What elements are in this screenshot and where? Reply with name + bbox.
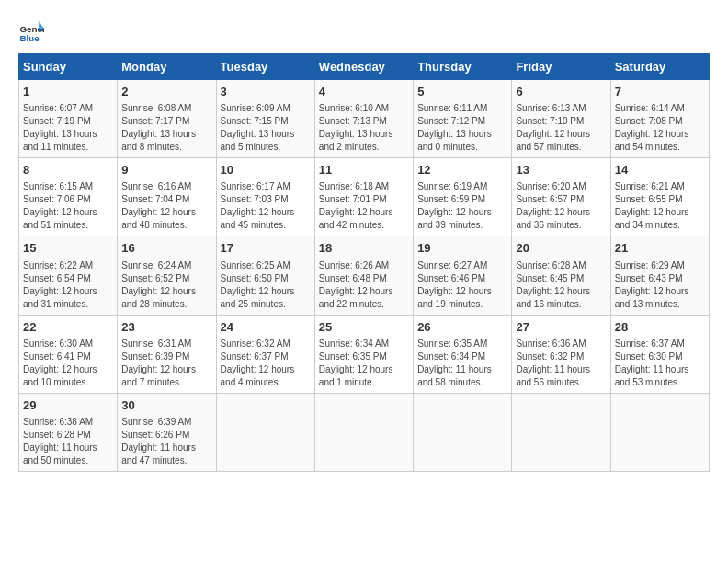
calendar-day-cell: 23 Sunrise: 6:31 AM Sunset: 6:39 PM Dayl…: [118, 315, 216, 393]
calendar-table: SundayMondayTuesdayWednesdayThursdayFrid…: [18, 53, 710, 472]
weekday-header: Sunday: [19, 54, 118, 80]
weekday-header-row: SundayMondayTuesdayWednesdayThursdayFrid…: [19, 54, 710, 80]
day-number: 7: [615, 84, 705, 100]
day-number: 4: [319, 84, 409, 100]
calendar-week-row: 1 Sunrise: 6:07 AM Sunset: 7:19 PM Dayli…: [19, 80, 710, 158]
day-number: 14: [615, 162, 705, 178]
day-info: Sunrise: 6:13 AM Sunset: 7:10 PM Dayligh…: [516, 102, 606, 154]
day-number: 9: [121, 162, 211, 178]
day-number: 16: [121, 240, 211, 257]
calendar-day-cell: 13 Sunrise: 6:20 AM Sunset: 6:57 PM Dayl…: [512, 158, 610, 236]
day-info: Sunrise: 6:36 AM Sunset: 6:32 PM Dayligh…: [516, 338, 606, 389]
weekday-header: Monday: [118, 54, 216, 80]
day-info: Sunrise: 6:37 AM Sunset: 6:30 PM Dayligh…: [615, 338, 705, 389]
day-number: 30: [121, 397, 211, 414]
day-info: Sunrise: 6:31 AM Sunset: 6:39 PM Dayligh…: [121, 338, 211, 389]
day-number: 23: [121, 319, 211, 336]
calendar-day-cell: 5 Sunrise: 6:11 AM Sunset: 7:12 PM Dayli…: [414, 80, 512, 158]
logo: General Blue: [18, 18, 48, 44]
calendar-day-cell: 12 Sunrise: 6:19 AM Sunset: 6:59 PM Dayl…: [414, 158, 512, 236]
calendar-day-cell: 3 Sunrise: 6:09 AM Sunset: 7:15 PM Dayli…: [216, 80, 314, 158]
day-info: Sunrise: 6:27 AM Sunset: 6:46 PM Dayligh…: [417, 259, 507, 311]
calendar-day-cell: [512, 393, 610, 471]
day-info: Sunrise: 6:38 AM Sunset: 6:28 PM Dayligh…: [23, 416, 113, 467]
day-number: 10: [221, 162, 311, 178]
calendar-day-cell: 25 Sunrise: 6:34 AM Sunset: 6:35 PM Dayl…: [314, 315, 413, 393]
calendar-day-cell: 24 Sunrise: 6:32 AM Sunset: 6:37 PM Dayl…: [216, 315, 314, 393]
weekday-header: Friday: [512, 54, 610, 80]
day-number: 13: [516, 162, 606, 178]
calendar-day-cell: 20 Sunrise: 6:28 AM Sunset: 6:45 PM Dayl…: [512, 236, 610, 315]
day-number: 19: [417, 240, 507, 257]
calendar-day-cell: 21 Sunrise: 6:29 AM Sunset: 6:43 PM Dayl…: [610, 236, 709, 315]
day-info: Sunrise: 6:16 AM Sunset: 7:04 PM Dayligh…: [121, 180, 211, 232]
calendar-day-cell: 11 Sunrise: 6:18 AM Sunset: 7:01 PM Dayl…: [314, 158, 413, 236]
day-info: Sunrise: 6:11 AM Sunset: 7:12 PM Dayligh…: [417, 102, 507, 154]
calendar-day-cell: 4 Sunrise: 6:10 AM Sunset: 7:13 PM Dayli…: [314, 80, 413, 158]
calendar-day-cell: 26 Sunrise: 6:35 AM Sunset: 6:34 PM Dayl…: [414, 315, 512, 393]
calendar-day-cell: 29 Sunrise: 6:38 AM Sunset: 6:28 PM Dayl…: [19, 393, 118, 471]
day-info: Sunrise: 6:15 AM Sunset: 7:06 PM Dayligh…: [23, 180, 113, 232]
day-number: 29: [23, 397, 113, 414]
day-number: 26: [417, 319, 507, 336]
calendar-week-row: 8 Sunrise: 6:15 AM Sunset: 7:06 PM Dayli…: [19, 158, 710, 236]
day-number: 8: [23, 162, 113, 178]
calendar-day-cell: 1 Sunrise: 6:07 AM Sunset: 7:19 PM Dayli…: [19, 80, 118, 158]
day-number: 15: [23, 240, 113, 257]
calendar-day-cell: 6 Sunrise: 6:13 AM Sunset: 7:10 PM Dayli…: [512, 80, 610, 158]
day-info: Sunrise: 6:17 AM Sunset: 7:03 PM Dayligh…: [221, 180, 311, 232]
day-number: 22: [23, 319, 113, 336]
day-info: Sunrise: 6:09 AM Sunset: 7:15 PM Dayligh…: [221, 102, 311, 154]
calendar-day-cell: 2 Sunrise: 6:08 AM Sunset: 7:17 PM Dayli…: [118, 80, 216, 158]
day-number: 20: [516, 240, 606, 257]
calendar-day-cell: 7 Sunrise: 6:14 AM Sunset: 7:08 PM Dayli…: [610, 80, 709, 158]
day-info: Sunrise: 6:24 AM Sunset: 6:52 PM Dayligh…: [121, 259, 211, 311]
day-info: Sunrise: 6:10 AM Sunset: 7:13 PM Dayligh…: [319, 102, 409, 154]
day-info: Sunrise: 6:14 AM Sunset: 7:08 PM Dayligh…: [615, 102, 705, 154]
day-info: Sunrise: 6:26 AM Sunset: 6:48 PM Dayligh…: [319, 259, 409, 311]
calendar-day-cell: 8 Sunrise: 6:15 AM Sunset: 7:06 PM Dayli…: [19, 158, 118, 236]
day-number: 28: [615, 319, 705, 336]
day-info: Sunrise: 6:30 AM Sunset: 6:41 PM Dayligh…: [23, 338, 113, 389]
day-info: Sunrise: 6:07 AM Sunset: 7:19 PM Dayligh…: [23, 102, 113, 154]
day-info: Sunrise: 6:39 AM Sunset: 6:26 PM Dayligh…: [121, 416, 211, 467]
day-info: Sunrise: 6:18 AM Sunset: 7:01 PM Dayligh…: [319, 180, 409, 232]
day-number: 2: [121, 84, 211, 100]
calendar-day-cell: 10 Sunrise: 6:17 AM Sunset: 7:03 PM Dayl…: [216, 158, 314, 236]
day-info: Sunrise: 6:08 AM Sunset: 7:17 PM Dayligh…: [121, 102, 211, 154]
day-number: 6: [516, 84, 606, 100]
calendar-day-cell: 18 Sunrise: 6:26 AM Sunset: 6:48 PM Dayl…: [314, 236, 413, 315]
day-number: 25: [319, 319, 409, 336]
weekday-header: Thursday: [414, 54, 512, 80]
day-number: 21: [615, 240, 705, 257]
calendar-day-cell: 28 Sunrise: 6:37 AM Sunset: 6:30 PM Dayl…: [610, 315, 709, 393]
logo-icon: General Blue: [18, 18, 44, 44]
weekday-header: Tuesday: [216, 54, 314, 80]
weekday-header: Wednesday: [314, 54, 413, 80]
day-number: 17: [221, 240, 311, 257]
calendar-day-cell: 17 Sunrise: 6:25 AM Sunset: 6:50 PM Dayl…: [216, 236, 314, 315]
calendar-day-cell: 16 Sunrise: 6:24 AM Sunset: 6:52 PM Dayl…: [118, 236, 216, 315]
calendar-week-row: 15 Sunrise: 6:22 AM Sunset: 6:54 PM Dayl…: [19, 236, 710, 315]
day-number: 18: [319, 240, 409, 257]
calendar-day-cell: [314, 393, 413, 471]
day-info: Sunrise: 6:22 AM Sunset: 6:54 PM Dayligh…: [23, 259, 113, 311]
calendar-day-cell: [216, 393, 314, 471]
day-number: 1: [23, 84, 113, 100]
calendar-week-row: 22 Sunrise: 6:30 AM Sunset: 6:41 PM Dayl…: [19, 315, 710, 393]
svg-text:Blue: Blue: [19, 33, 40, 43]
day-info: Sunrise: 6:34 AM Sunset: 6:35 PM Dayligh…: [319, 338, 409, 389]
day-info: Sunrise: 6:28 AM Sunset: 6:45 PM Dayligh…: [516, 259, 606, 311]
calendar-day-cell: 15 Sunrise: 6:22 AM Sunset: 6:54 PM Dayl…: [19, 236, 118, 315]
calendar-day-cell: 9 Sunrise: 6:16 AM Sunset: 7:04 PM Dayli…: [118, 158, 216, 236]
day-number: 3: [221, 84, 311, 100]
day-info: Sunrise: 6:35 AM Sunset: 6:34 PM Dayligh…: [417, 338, 507, 389]
day-number: 27: [516, 319, 606, 336]
day-number: 5: [417, 84, 507, 100]
calendar-day-cell: 14 Sunrise: 6:21 AM Sunset: 6:55 PM Dayl…: [610, 158, 709, 236]
day-info: Sunrise: 6:19 AM Sunset: 6:59 PM Dayligh…: [417, 180, 507, 232]
day-info: Sunrise: 6:32 AM Sunset: 6:37 PM Dayligh…: [221, 338, 311, 389]
day-info: Sunrise: 6:29 AM Sunset: 6:43 PM Dayligh…: [615, 259, 705, 311]
calendar-day-cell: 19 Sunrise: 6:27 AM Sunset: 6:46 PM Dayl…: [414, 236, 512, 315]
calendar-day-cell: 30 Sunrise: 6:39 AM Sunset: 6:26 PM Dayl…: [118, 393, 216, 471]
